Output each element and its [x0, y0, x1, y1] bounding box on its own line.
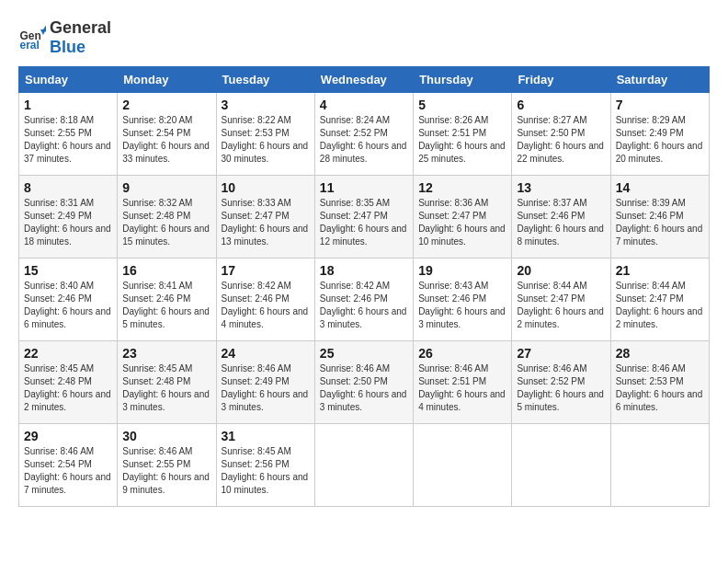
day-info: Sunrise: 8:44 AMSunset: 2:47 PMDaylight:…: [517, 280, 605, 331]
day-info: Sunrise: 8:46 AMSunset: 2:55 PMDaylight:…: [122, 445, 210, 497]
day-info: Sunrise: 8:32 AMSunset: 2:48 PMDaylight:…: [122, 197, 210, 248]
column-header-thursday: Thursday: [414, 67, 512, 93]
calendar-day-cell: 20Sunrise: 8:44 AMSunset: 2:47 PMDayligh…: [512, 259, 610, 341]
calendar-day-cell: 28Sunrise: 8:46 AMSunset: 2:53 PMDayligh…: [610, 341, 709, 424]
day-info: Sunrise: 8:41 AMSunset: 2:46 PMDaylight:…: [122, 280, 210, 331]
calendar-week-row: 1Sunrise: 8:18 AMSunset: 2:55 PMDaylight…: [19, 93, 710, 176]
day-number: 19: [418, 263, 506, 278]
calendar-day-cell: 10Sunrise: 8:33 AMSunset: 2:47 PMDayligh…: [216, 176, 314, 259]
day-number: 15: [24, 263, 112, 278]
calendar-day-cell: 26Sunrise: 8:46 AMSunset: 2:51 PMDayligh…: [414, 341, 512, 424]
calendar-day-cell: 30Sunrise: 8:46 AMSunset: 2:55 PMDayligh…: [118, 424, 216, 507]
calendar-day-cell: 27Sunrise: 8:46 AMSunset: 2:52 PMDayligh…: [512, 341, 610, 424]
day-info: Sunrise: 8:46 AMSunset: 2:50 PMDaylight:…: [320, 362, 408, 414]
column-header-friday: Friday: [512, 67, 610, 93]
calendar-week-row: 15Sunrise: 8:40 AMSunset: 2:46 PMDayligh…: [19, 259, 710, 341]
logo-blue: Blue: [50, 38, 85, 56]
day-info: Sunrise: 8:40 AMSunset: 2:46 PMDaylight:…: [24, 280, 112, 331]
day-info: Sunrise: 8:31 AMSunset: 2:49 PMDaylight:…: [24, 197, 112, 248]
calendar-day-cell: 11Sunrise: 8:35 AMSunset: 2:47 PMDayligh…: [314, 176, 413, 259]
day-info: Sunrise: 8:43 AMSunset: 2:46 PMDaylight:…: [418, 280, 506, 331]
calendar-day-cell: 15Sunrise: 8:40 AMSunset: 2:46 PMDayligh…: [19, 259, 118, 341]
day-number: 21: [616, 263, 704, 278]
calendar-day-cell: 1Sunrise: 8:18 AMSunset: 2:55 PMDaylight…: [19, 93, 118, 176]
day-info: Sunrise: 8:46 AMSunset: 2:54 PMDaylight:…: [24, 445, 112, 497]
day-number: 29: [24, 429, 112, 443]
day-info: Sunrise: 8:24 AMSunset: 2:52 PMDaylight:…: [320, 114, 408, 166]
calendar-day-cell: 9Sunrise: 8:32 AMSunset: 2:48 PMDaylight…: [118, 176, 216, 259]
day-number: 28: [616, 346, 704, 361]
calendar-day-cell: [610, 424, 709, 507]
calendar-day-cell: 24Sunrise: 8:46 AMSunset: 2:49 PMDayligh…: [216, 341, 314, 424]
svg-text:eral: eral: [20, 39, 40, 52]
calendar-day-cell: 23Sunrise: 8:45 AMSunset: 2:48 PMDayligh…: [118, 341, 216, 424]
day-number: 5: [418, 98, 506, 112]
calendar-day-cell: 25Sunrise: 8:46 AMSunset: 2:50 PMDayligh…: [314, 341, 413, 424]
day-number: 26: [418, 346, 506, 361]
calendar-day-cell: 2Sunrise: 8:20 AMSunset: 2:54 PMDaylight…: [118, 93, 216, 176]
calendar-day-cell: 31Sunrise: 8:45 AMSunset: 2:56 PMDayligh…: [216, 424, 314, 507]
calendar-day-cell: 21Sunrise: 8:44 AMSunset: 2:47 PMDayligh…: [610, 259, 709, 341]
column-header-sunday: Sunday: [19, 67, 118, 93]
day-info: Sunrise: 8:46 AMSunset: 2:52 PMDaylight:…: [517, 362, 605, 414]
day-number: 14: [616, 180, 704, 195]
day-number: 11: [320, 180, 408, 195]
column-header-saturday: Saturday: [610, 67, 709, 93]
day-number: 18: [320, 263, 408, 278]
day-number: 3: [222, 98, 310, 112]
day-number: 10: [222, 180, 310, 195]
day-info: Sunrise: 8:46 AMSunset: 2:51 PMDaylight:…: [418, 362, 506, 414]
day-info: Sunrise: 8:39 AMSunset: 2:46 PMDaylight:…: [616, 197, 704, 248]
day-number: 1: [24, 98, 112, 112]
calendar-day-cell: 4Sunrise: 8:24 AMSunset: 2:52 PMDaylight…: [314, 93, 413, 176]
day-number: 16: [122, 263, 210, 278]
calendar-day-cell: 29Sunrise: 8:46 AMSunset: 2:54 PMDayligh…: [19, 424, 118, 507]
calendar-day-cell: 5Sunrise: 8:26 AMSunset: 2:51 PMDaylight…: [414, 93, 512, 176]
calendar-day-cell: [314, 424, 413, 507]
logo: Gen eral General Blue: [18, 18, 111, 57]
page-header: Gen eral General Blue: [18, 18, 710, 57]
calendar-day-cell: 13Sunrise: 8:37 AMSunset: 2:46 PMDayligh…: [512, 176, 610, 259]
day-info: Sunrise: 8:20 AMSunset: 2:54 PMDaylight:…: [122, 114, 210, 166]
day-number: 17: [222, 263, 310, 278]
column-header-wednesday: Wednesday: [314, 67, 413, 93]
day-number: 24: [222, 346, 310, 361]
day-number: 2: [122, 98, 210, 112]
day-number: 27: [517, 346, 605, 361]
calendar-day-cell: 6Sunrise: 8:27 AMSunset: 2:50 PMDaylight…: [512, 93, 610, 176]
calendar-day-cell: 7Sunrise: 8:29 AMSunset: 2:49 PMDaylight…: [610, 93, 709, 176]
calendar-header-row: SundayMondayTuesdayWednesdayThursdayFrid…: [19, 67, 710, 93]
calendar-day-cell: 16Sunrise: 8:41 AMSunset: 2:46 PMDayligh…: [118, 259, 216, 341]
day-info: Sunrise: 8:35 AMSunset: 2:47 PMDaylight:…: [320, 197, 408, 248]
day-number: 23: [122, 346, 210, 361]
calendar-day-cell: [414, 424, 512, 507]
calendar-week-row: 29Sunrise: 8:46 AMSunset: 2:54 PMDayligh…: [19, 424, 710, 507]
day-info: Sunrise: 8:18 AMSunset: 2:55 PMDaylight:…: [24, 114, 112, 166]
day-number: 25: [320, 346, 408, 361]
day-info: Sunrise: 8:33 AMSunset: 2:47 PMDaylight:…: [222, 197, 310, 248]
day-number: 20: [517, 263, 605, 278]
day-info: Sunrise: 8:42 AMSunset: 2:46 PMDaylight:…: [222, 280, 310, 331]
day-number: 9: [122, 180, 210, 195]
day-info: Sunrise: 8:42 AMSunset: 2:46 PMDaylight:…: [320, 280, 408, 331]
calendar-day-cell: [512, 424, 610, 507]
day-number: 30: [122, 429, 210, 443]
day-info: Sunrise: 8:37 AMSunset: 2:46 PMDaylight:…: [517, 197, 605, 248]
day-number: 7: [616, 98, 704, 112]
day-info: Sunrise: 8:46 AMSunset: 2:53 PMDaylight:…: [616, 362, 704, 414]
calendar-day-cell: 14Sunrise: 8:39 AMSunset: 2:46 PMDayligh…: [610, 176, 709, 259]
calendar-table: SundayMondayTuesdayWednesdayThursdayFrid…: [18, 66, 710, 507]
day-info: Sunrise: 8:45 AMSunset: 2:48 PMDaylight:…: [24, 362, 112, 414]
day-info: Sunrise: 8:36 AMSunset: 2:47 PMDaylight:…: [418, 197, 506, 248]
calendar-day-cell: 8Sunrise: 8:31 AMSunset: 2:49 PMDaylight…: [19, 176, 118, 259]
day-number: 6: [517, 98, 605, 112]
calendar-day-cell: 19Sunrise: 8:43 AMSunset: 2:46 PMDayligh…: [414, 259, 512, 341]
day-info: Sunrise: 8:45 AMSunset: 2:56 PMDaylight:…: [222, 445, 310, 497]
calendar-day-cell: 3Sunrise: 8:22 AMSunset: 2:53 PMDaylight…: [216, 93, 314, 176]
column-header-monday: Monday: [118, 67, 216, 93]
calendar-week-row: 8Sunrise: 8:31 AMSunset: 2:49 PMDaylight…: [19, 176, 710, 259]
calendar-day-cell: 12Sunrise: 8:36 AMSunset: 2:47 PMDayligh…: [414, 176, 512, 259]
day-number: 22: [24, 346, 112, 361]
day-number: 13: [517, 180, 605, 195]
day-number: 8: [24, 180, 112, 195]
